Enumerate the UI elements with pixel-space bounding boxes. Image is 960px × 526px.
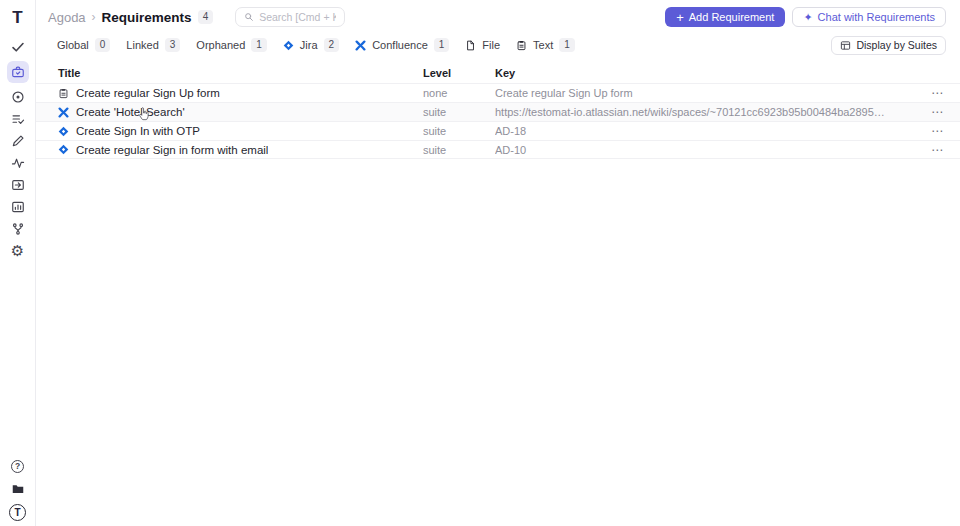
sidebar-item-import[interactable] (7, 177, 29, 193)
confluence-icon (355, 40, 366, 51)
filter-count-badge: 1 (251, 38, 267, 52)
filter-label: Text (533, 39, 553, 51)
sidebar-item-tests[interactable] (7, 39, 29, 55)
jira-icon (283, 40, 294, 51)
filter-jira[interactable]: Jira2 (283, 38, 339, 52)
sidebar-item-account[interactable]: T (7, 504, 29, 520)
filter-global[interactable]: Global0 (57, 38, 110, 52)
table-header: Title Level Key (36, 62, 960, 83)
breadcrumb-project[interactable]: Agoda (48, 10, 86, 25)
app-logo[interactable]: T (12, 6, 22, 30)
pulse-icon (11, 156, 25, 170)
filter-label: Global (57, 39, 89, 51)
sidebar-item-traceability[interactable] (7, 221, 29, 237)
confluence-icon (58, 107, 69, 118)
chat-with-requirements-button[interactable]: ✦ Chat with Requirements (792, 7, 946, 27)
filter-label: Orphaned (196, 39, 245, 51)
page-title: Requirements (102, 10, 192, 25)
filter-chips: Global0Linked3Orphaned1Jira2Confluence1F… (57, 38, 575, 52)
search-box[interactable] (235, 7, 345, 27)
filter-bar: Global0Linked3Orphaned1Jira2Confluence1F… (36, 34, 960, 56)
row-menu-button[interactable]: ⋯ (904, 105, 950, 119)
requirement-title-cell: Create Sign In with OTP (58, 125, 423, 137)
display-layout-icon (840, 40, 851, 51)
filter-confluence[interactable]: Confluence1 (355, 38, 449, 52)
sidebar-item-editor[interactable] (7, 133, 29, 149)
jira-icon (58, 144, 69, 155)
requirements-table: Title Level Key Create regular Sign Up f… (36, 62, 960, 159)
jira-icon (58, 126, 69, 137)
sidebar-item-plans[interactable] (7, 111, 29, 127)
filter-count-badge: 1 (559, 38, 575, 52)
pencil-icon (11, 134, 25, 148)
requirement-title-cell: Create regular Sign Up form (58, 87, 423, 99)
filter-text[interactable]: Text1 (516, 38, 575, 52)
table-row[interactable]: Create Sign In with OTPsuiteAD-18⋯ (36, 121, 960, 140)
folder-icon (11, 482, 25, 496)
main-content: Agoda › Requirements 4 + Add Requirement… (36, 0, 960, 526)
filter-label: Linked (126, 39, 158, 51)
plus-icon: + (676, 11, 684, 24)
chart-icon (11, 200, 25, 214)
circle-dot-icon (11, 90, 25, 104)
briefcase-icon (11, 65, 25, 79)
user-avatar[interactable]: T (9, 504, 26, 521)
requirement-key: Create regular Sign Up form (495, 87, 904, 99)
requirements-page: { "icons": { "plus": "+", "sparkle": "✦"… (0, 0, 960, 526)
table-row[interactable]: Create regular Sign in form with emailsu… (36, 140, 960, 159)
requirement-title[interactable]: Create Sign In with OTP (76, 125, 200, 137)
requirement-key: AD-10 (495, 144, 904, 156)
sidebar-item-analytics[interactable] (7, 199, 29, 215)
row-menu-button[interactable]: ⋯ (904, 86, 950, 100)
breadcrumb-separator-icon: › (92, 10, 96, 24)
requirement-title[interactable]: Create 'Hotel Search' (76, 106, 185, 118)
import-icon (11, 178, 25, 192)
gear-icon: ⚙ (11, 244, 24, 258)
display-by-suites-label: Display by Suites (856, 39, 937, 51)
filter-count-badge: 2 (324, 38, 340, 52)
requirement-title-cell: Create 'Hotel Search' (58, 106, 423, 118)
sidebar-bottom: ?T (7, 458, 29, 520)
row-menu-button[interactable]: ⋯ (904, 124, 950, 138)
sidebar-item-projects[interactable] (7, 481, 29, 497)
sidebar-item-runs[interactable] (7, 89, 29, 105)
requirement-title[interactable]: Create regular Sign in form with email (76, 144, 268, 156)
display-by-suites-button[interactable]: Display by Suites (831, 36, 946, 55)
sparkle-icon: ✦ (803, 12, 812, 23)
text-icon (58, 88, 69, 99)
filter-count-badge: 1 (434, 38, 450, 52)
sidebar: T ⚙ ?T (0, 0, 36, 526)
sidebar-item-requirements[interactable] (7, 61, 29, 83)
filter-file[interactable]: File (465, 39, 500, 51)
requirement-key: https://testomat-io.atlassian.net/wiki/s… (495, 106, 904, 118)
requirement-title-cell: Create regular Sign in form with email (58, 144, 423, 156)
filter-label: Jira (300, 39, 318, 51)
table-row[interactable]: Create regular Sign Up formnoneCreate re… (36, 83, 960, 102)
search-input[interactable] (259, 11, 336, 23)
list-check-icon (11, 112, 25, 126)
branch-icon (11, 222, 25, 236)
help-icon: ? (11, 460, 24, 473)
filter-linked[interactable]: Linked3 (126, 38, 180, 52)
text-icon (516, 40, 527, 51)
requirements-count-badge: 4 (198, 10, 214, 24)
sidebar-nav: ⚙ (7, 39, 29, 259)
table-row[interactable]: Create 'Hotel Search'suitehttps://testom… (36, 102, 960, 121)
table-body: Create regular Sign Up formnoneCreate re… (36, 83, 960, 159)
requirement-level: none (423, 87, 495, 99)
requirement-level: suite (423, 125, 495, 137)
sidebar-item-help[interactable]: ? (7, 458, 29, 474)
row-menu-button[interactable]: ⋯ (904, 143, 950, 157)
filter-count-badge: 0 (95, 38, 111, 52)
filter-orphaned[interactable]: Orphaned1 (196, 38, 267, 52)
column-level: Level (423, 67, 495, 79)
sidebar-item-pulse[interactable] (7, 155, 29, 171)
sidebar-item-settings[interactable]: ⚙ (7, 243, 29, 259)
requirement-title[interactable]: Create regular Sign Up form (76, 87, 220, 99)
column-title: Title (58, 67, 423, 79)
requirement-level: suite (423, 106, 495, 118)
filter-label: File (482, 39, 500, 51)
add-requirement-button[interactable]: + Add Requirement (665, 7, 785, 27)
breadcrumb: Agoda › Requirements 4 (48, 10, 213, 25)
requirement-level: suite (423, 144, 495, 156)
